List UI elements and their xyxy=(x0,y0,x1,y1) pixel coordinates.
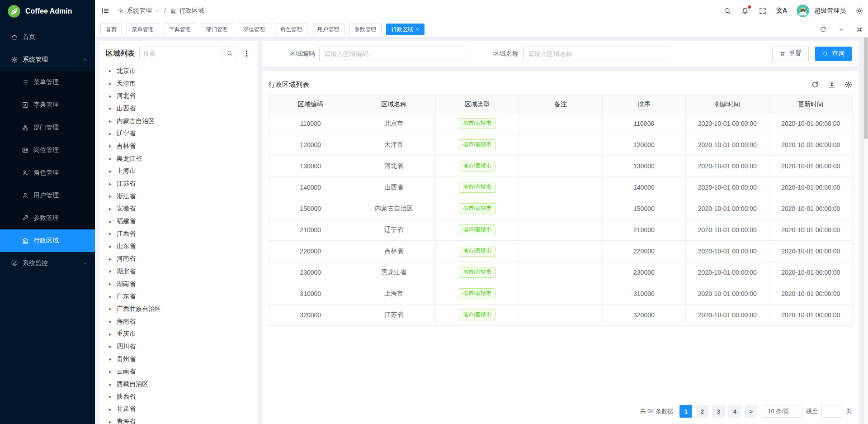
next-page-button[interactable]: > xyxy=(745,405,757,418)
sidebar-item-system[interactable]: 系统管理 xyxy=(0,48,95,71)
kebab-icon[interactable]: ⋮ xyxy=(242,49,251,58)
tab[interactable]: 行政区域 × xyxy=(386,24,425,35)
tree-item[interactable]: ▸ 云南省 xyxy=(106,366,251,378)
tree-item[interactable]: ▸ 江苏省 xyxy=(106,177,251,190)
tree-item[interactable]: ▸ 山东省 xyxy=(106,240,251,253)
tree-item[interactable]: ▸ 河北省 xyxy=(106,90,251,102)
tree-item[interactable]: ▸ 西藏自治区 xyxy=(106,378,251,391)
reset-button[interactable]: 重置 xyxy=(772,47,809,61)
tree-item[interactable]: ▸ 广西壮族自治区 xyxy=(106,303,251,315)
caret-right-icon[interactable]: ▸ xyxy=(108,168,113,174)
caret-right-icon[interactable]: ▸ xyxy=(108,243,113,249)
caret-right-icon[interactable]: ▸ xyxy=(108,381,113,387)
tree-item[interactable]: ▸ 山西省 xyxy=(106,102,251,115)
tree-search-button[interactable] xyxy=(222,47,237,60)
search-button[interactable]: 查询 xyxy=(815,47,852,61)
tree-item[interactable]: ▸ 青海省 xyxy=(106,415,251,424)
tree-item[interactable]: ▸ 吉林省 xyxy=(106,140,251,152)
sidebar-item-home[interactable]: 首页 xyxy=(0,26,95,48)
refresh-icon[interactable] xyxy=(814,22,832,37)
caret-right-icon[interactable]: ▸ xyxy=(108,81,113,86)
caret-right-icon[interactable]: ▸ xyxy=(108,219,113,224)
region-code-input[interactable] xyxy=(319,47,468,61)
caret-right-icon[interactable]: ▸ xyxy=(108,256,113,262)
settings-icon[interactable] xyxy=(855,7,863,15)
caret-right-icon[interactable]: ▸ xyxy=(108,193,113,199)
caret-right-icon[interactable]: ▸ xyxy=(108,356,113,362)
tree-item[interactable]: ▸ 陕西省 xyxy=(106,391,251,403)
tab[interactable]: 参数管理 xyxy=(349,24,382,35)
caret-right-icon[interactable]: ▸ xyxy=(108,306,113,312)
sidebar-subitem[interactable]: 部门管理 xyxy=(0,116,95,139)
caret-right-icon[interactable]: ▸ xyxy=(108,105,113,111)
tree-search-input[interactable] xyxy=(139,47,222,60)
tree-item[interactable]: ▸ 天津市 xyxy=(106,77,251,90)
tree-item[interactable]: ▸ 重庆市 xyxy=(106,328,251,340)
caret-right-icon[interactable]: ▸ xyxy=(108,143,113,149)
chevron-down-icon[interactable] xyxy=(832,22,850,37)
caret-right-icon[interactable]: ▸ xyxy=(108,181,113,187)
current-user-name[interactable]: 超级管理员 xyxy=(814,7,846,15)
caret-right-icon[interactable]: ▸ xyxy=(108,419,113,424)
settings-icon[interactable] xyxy=(844,81,853,89)
sidebar-subitem[interactable]: 角色管理 xyxy=(0,162,95,184)
jump-page-input[interactable] xyxy=(821,405,842,418)
caret-right-icon[interactable]: ▸ xyxy=(108,343,113,349)
caret-right-icon[interactable]: ▸ xyxy=(108,68,113,74)
translate-icon[interactable]: 文A xyxy=(776,7,787,15)
tree-item[interactable]: ▸ 上海市 xyxy=(106,165,251,178)
caret-right-icon[interactable]: ▸ xyxy=(108,294,113,300)
tree-item[interactable]: ▸ 广东省 xyxy=(106,290,251,303)
maximize-icon[interactable] xyxy=(850,22,868,37)
tree-item[interactable]: ▸ 甘肃省 xyxy=(106,403,251,416)
tree-item[interactable]: ▸ 福建省 xyxy=(106,215,251,228)
caret-right-icon[interactable]: ▸ xyxy=(108,206,113,212)
tab[interactable]: 菜单管理 xyxy=(127,24,159,35)
sidebar-subitem[interactable]: 用户管理 xyxy=(0,184,95,207)
caret-right-icon[interactable]: ▸ xyxy=(108,331,113,337)
region-name-input[interactable] xyxy=(523,47,672,61)
sidebar-subitem[interactable]: 字典管理 xyxy=(0,94,95,116)
tab[interactable]: 部门管理 xyxy=(201,24,233,35)
scrollbar-thumb[interactable] xyxy=(864,37,868,139)
hamburger-icon[interactable] xyxy=(101,7,109,15)
caret-right-icon[interactable]: ▸ xyxy=(108,394,113,400)
sidebar-item-monitor[interactable]: 系统监控 xyxy=(0,252,95,275)
tree-item[interactable]: ▸ 海南省 xyxy=(106,315,251,328)
tree-item[interactable]: ▸ 浙江省 xyxy=(106,190,251,203)
tree-item[interactable]: ▸ 四川省 xyxy=(106,340,251,353)
tab[interactable]: 首页 xyxy=(100,24,122,35)
caret-right-icon[interactable]: ▸ xyxy=(108,369,113,375)
sidebar-subitem[interactable]: 参数管理 xyxy=(0,207,95,229)
tab[interactable]: 用户管理 xyxy=(312,24,344,35)
caret-right-icon[interactable]: ▸ xyxy=(108,281,113,287)
avatar-icon[interactable] xyxy=(797,5,809,17)
page-button[interactable]: 3 xyxy=(712,405,725,418)
app-logo[interactable]: Coffee Admin xyxy=(0,0,95,22)
tree-item[interactable]: ▸ 河南省 xyxy=(106,252,251,265)
density-icon[interactable] xyxy=(828,81,836,89)
tree-item[interactable]: ▸ 江西省 xyxy=(106,228,251,240)
caret-right-icon[interactable]: ▸ xyxy=(108,93,113,99)
refresh-icon[interactable] xyxy=(811,81,819,89)
fullscreen-icon[interactable] xyxy=(759,7,767,15)
sidebar-subitem[interactable]: 菜单管理 xyxy=(0,71,95,94)
tab[interactable]: 字典管理 xyxy=(164,24,196,35)
tree-item[interactable]: ▸ 辽宁省 xyxy=(106,127,251,140)
tree-item[interactable]: ▸ 黑龙江省 xyxy=(106,152,251,165)
notifications-button[interactable] xyxy=(741,7,749,15)
page-button[interactable]: 1 xyxy=(679,405,692,418)
sidebar-subitem[interactable]: 行政区域 xyxy=(0,229,95,252)
caret-right-icon[interactable]: ▸ xyxy=(108,268,113,274)
caret-right-icon[interactable]: ▸ xyxy=(108,319,113,324)
tree-item[interactable]: ▸ 内蒙古自治区 xyxy=(106,115,251,128)
tree-item[interactable]: ▸ 安徽省 xyxy=(106,203,251,215)
sidebar-subitem[interactable]: 岗位管理 xyxy=(0,139,95,162)
close-icon[interactable]: × xyxy=(416,27,419,32)
search-icon[interactable] xyxy=(723,7,731,15)
window-scrollbar[interactable] xyxy=(863,37,868,424)
caret-right-icon[interactable]: ▸ xyxy=(108,131,113,137)
tab[interactable]: 角色管理 xyxy=(275,24,307,35)
caret-right-icon[interactable]: ▸ xyxy=(108,118,113,124)
tree-item[interactable]: ▸ 湖南省 xyxy=(106,278,251,291)
